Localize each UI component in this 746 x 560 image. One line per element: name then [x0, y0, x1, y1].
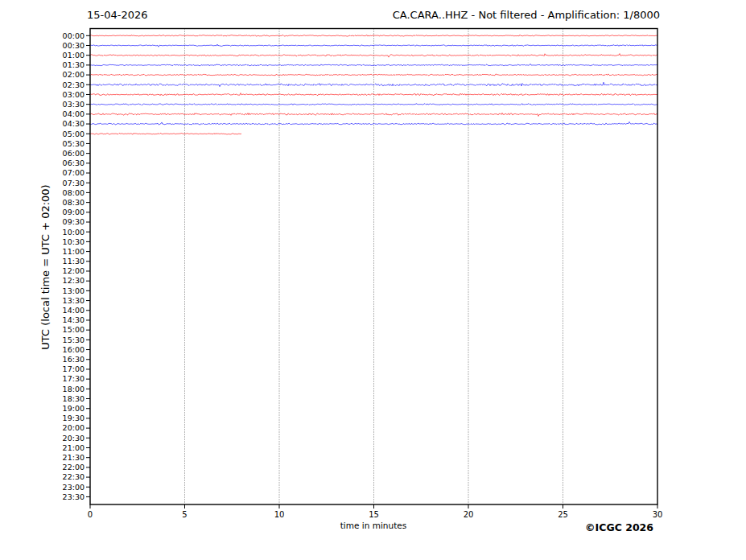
y-tick-label: 04:30: [63, 119, 84, 128]
y-tick-label: 02:30: [63, 80, 84, 89]
y-tick-label: 20:30: [63, 434, 84, 443]
y-tick-label: 15:30: [63, 336, 84, 344]
y-tick-label: 19:00: [63, 404, 84, 413]
y-tick-label: 02:00: [63, 70, 84, 79]
y-tick-label: 10:30: [63, 237, 84, 246]
x-tick-label: 30: [653, 510, 663, 519]
y-tick-label: 00:30: [63, 41, 84, 50]
y-tick-label: 14:00: [63, 306, 84, 315]
x-tick-label: 25: [558, 510, 568, 519]
y-tick-label: 15:00: [63, 325, 84, 334]
y-tick-label: 01:30: [63, 60, 84, 69]
y-tick-label: 21:30: [63, 453, 84, 462]
trace-0200-red: [90, 74, 657, 76]
y-tick-label: 09:30: [63, 217, 84, 226]
y-tick-label: 06:00: [63, 149, 84, 158]
helicorder-page: 00:0000:3001:0001:3002:0002:3003:0003:30…: [0, 0, 746, 560]
y-tick-label: 03:30: [63, 100, 84, 109]
y-tick-label: 12:30: [63, 276, 84, 285]
y-tick-label: 07:00: [63, 168, 84, 177]
y-tick-label: 10:00: [63, 228, 84, 237]
y-tick-label: 08:30: [63, 198, 84, 207]
date-title: 15-04-2026: [87, 9, 148, 21]
y-tick-label: 12:00: [63, 266, 84, 275]
y-tick-label: 20:00: [63, 423, 84, 432]
y-tick-label: 16:30: [63, 355, 84, 364]
y-tick-label: 18:00: [63, 385, 84, 393]
y-tick-label: 16:00: [63, 345, 84, 354]
trace-0030-blue: [90, 44, 657, 47]
y-tick-label: 23:30: [63, 492, 84, 501]
y-tick-label: 11:00: [63, 247, 84, 256]
trace-0500-red: [90, 133, 241, 134]
x-axis-label: time in minutes: [340, 521, 406, 530]
y-tick-label: 22:00: [63, 463, 84, 471]
x-tick-label: 5: [182, 510, 187, 519]
y-tick-label: 09:00: [63, 208, 84, 216]
y-tick-label: 18:30: [63, 394, 84, 403]
y-axis-label: UTC (local time = UTC + 02:00): [39, 184, 52, 349]
y-tick-label: 01:00: [63, 51, 84, 60]
x-tick-label: 0: [88, 510, 93, 519]
helicorder-plot: 00:0000:3001:0001:3002:0002:3003:0003:30…: [0, 0, 746, 560]
y-tick-label: 19:30: [63, 414, 84, 422]
y-tick-label: 23:00: [63, 483, 84, 492]
y-tick-label: 06:30: [63, 159, 84, 167]
x-tick-label: 20: [464, 510, 474, 519]
y-tick-label: 05:00: [63, 130, 84, 138]
trace-0100-red: [90, 54, 657, 58]
y-tick-label: 17:00: [63, 364, 84, 373]
y-tick-label: 03:00: [63, 90, 84, 99]
x-tick-label: 10: [274, 510, 285, 519]
y-tick-label: 13:30: [63, 296, 84, 305]
y-tick-label: 05:30: [63, 139, 84, 148]
x-tick-label: 15: [369, 510, 379, 519]
copyright-label: ©ICGC 2026: [585, 521, 653, 533]
y-tick-label: 04:00: [63, 109, 84, 118]
trace-0130-blue: [90, 64, 657, 66]
y-tick-label: 13:00: [63, 286, 84, 295]
trace-0300-red: [90, 93, 657, 96]
y-tick-label: 08:00: [63, 188, 84, 197]
plot-frame: [90, 29, 657, 505]
y-tick-label: 07:30: [63, 179, 84, 187]
y-tick-label: 21:00: [63, 443, 84, 452]
trace-0430-blue: [90, 121, 657, 125]
y-tick-label: 22:30: [63, 472, 84, 481]
plot-title: CA.CARA..HHZ - Not filtered - Amplificat…: [393, 9, 660, 21]
y-tick-label: 17:30: [63, 374, 84, 383]
y-tick-label: 00:00: [63, 31, 84, 40]
y-tick-label: 11:30: [63, 257, 84, 266]
y-tick-label: 14:30: [63, 315, 84, 324]
